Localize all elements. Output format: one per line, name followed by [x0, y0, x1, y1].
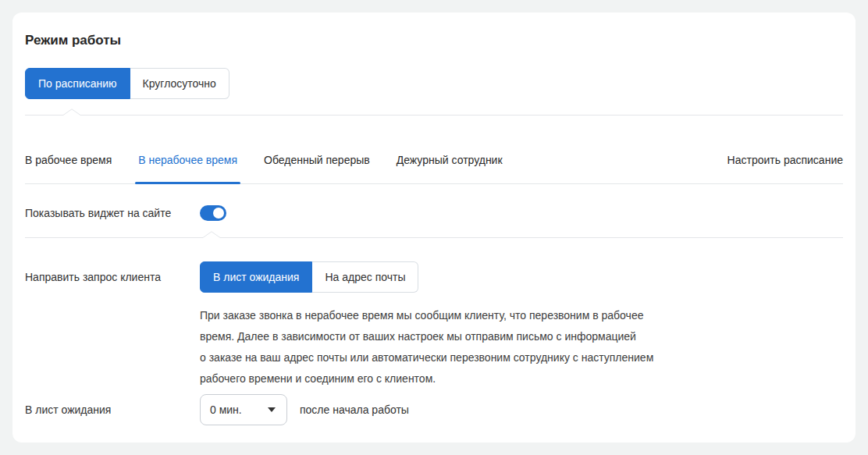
tab-label: Дежурный сотрудник: [397, 154, 503, 166]
page-title: Режим работы: [25, 33, 843, 48]
chevron-down-icon: [268, 407, 276, 412]
routing-option-email[interactable]: На адрес почты: [312, 261, 418, 293]
divider-line: [220, 237, 843, 238]
tabs: В рабочее время В нерабочее время Обеден…: [25, 116, 843, 184]
delay-minutes-value: 0 мин.: [210, 403, 242, 416]
request-routing-row: Направить запрос клиента В лист ожидания…: [25, 261, 843, 293]
tab-label: В нерабочее время: [138, 154, 237, 166]
tab-non-working-hours[interactable]: В нерабочее время: [138, 152, 237, 168]
divider-line: [25, 115, 63, 116]
notch-pointer-icon: [203, 231, 220, 238]
request-routing-switcher: В лист ожидания На адрес почты: [200, 261, 418, 293]
notch-pointer-icon: [63, 108, 80, 116]
tab-working-hours[interactable]: В рабочее время: [25, 152, 112, 168]
configure-schedule-link[interactable]: Настроить расписание: [727, 152, 843, 168]
request-routing-label: Направить запрос клиента: [25, 271, 200, 283]
show-widget-label: Показывать виджет на сайте: [25, 207, 200, 219]
work-mode-card: Режим работы По расписанию Круглосуточно…: [12, 12, 856, 443]
show-widget-toggle[interactable]: [200, 205, 226, 221]
waiting-list-suffix: после начала работы: [300, 403, 409, 416]
divider-under-toggle: [25, 231, 843, 238]
routing-option-waiting-list[interactable]: В лист ожидания: [200, 261, 312, 293]
toggle-knob: [213, 208, 224, 219]
tab-lunch-break[interactable]: Обеденный перерыв: [264, 152, 370, 168]
tab-duty-employee[interactable]: Дежурный сотрудник: [397, 152, 503, 168]
mode-option-around-the-clock[interactable]: Круглосуточно: [130, 68, 229, 99]
mode-option-by-schedule[interactable]: По расписанию: [25, 68, 130, 99]
mode-switcher: По расписанию Круглосуточно: [25, 68, 229, 99]
divider-line: [25, 237, 203, 238]
page-background: Режим работы По расписанию Круглосуточно…: [0, 0, 868, 455]
divider-under-mode-switcher: [25, 108, 843, 116]
waiting-list-label: В лист ожидания: [25, 403, 200, 416]
tab-label: Обеденный перерыв: [264, 154, 370, 166]
divider-line: [80, 115, 843, 116]
tab-label: В рабочее время: [25, 154, 112, 166]
waiting-list-row: В лист ожидания 0 мин. после начала рабо…: [25, 394, 843, 425]
routing-description: При заказе звонка в нерабочее время мы с…: [200, 305, 684, 389]
show-widget-row: Показывать виджет на сайте: [25, 184, 843, 231]
delay-minutes-select[interactable]: 0 мин.: [200, 394, 287, 425]
